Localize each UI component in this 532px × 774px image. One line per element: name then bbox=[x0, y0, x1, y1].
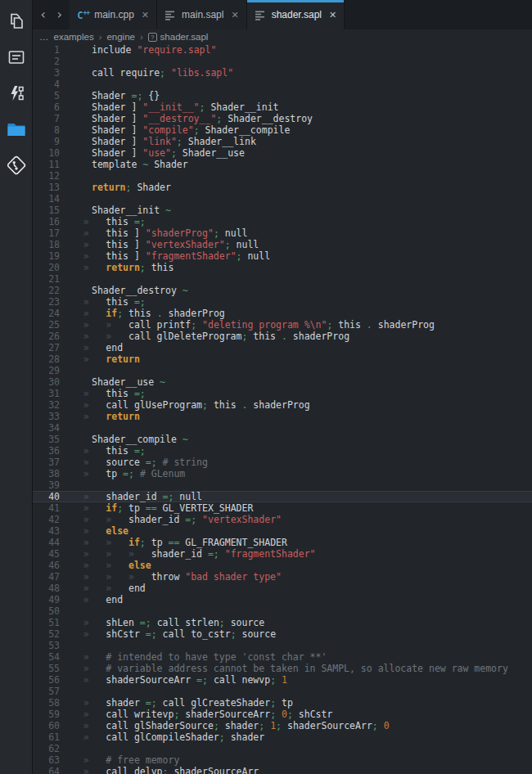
code-line[interactable]: 10Shader ] "use"; Shader__use bbox=[33, 147, 532, 159]
code-line[interactable]: 60»call glShaderSource; shader; 1; shade… bbox=[33, 720, 532, 731]
code-line[interactable]: 61»call glCompileShader; shader bbox=[33, 731, 532, 743]
code-line[interactable]: 9Shader ] "link"; Shader__link bbox=[33, 136, 532, 147]
code-line[interactable]: 44»»if; tp == GL_FRAGMENT_SHADER bbox=[33, 537, 532, 548]
code-line[interactable]: 46»»else bbox=[33, 560, 532, 571]
code-line[interactable]: 37»source =; # string bbox=[33, 457, 532, 468]
breadcrumb-item-engine[interactable]: engine bbox=[106, 32, 135, 42]
code-line[interactable]: 6Shader ] "__init__"; Shader__init bbox=[33, 101, 532, 113]
line-number[interactable]: 12 bbox=[33, 170, 92, 182]
files-icon[interactable] bbox=[6, 11, 27, 32]
breadcrumb-item-examples[interactable]: examples bbox=[54, 32, 94, 42]
code-line[interactable]: 24»if; this . shaderProg bbox=[33, 308, 532, 319]
code-line[interactable]: 13return; Shader bbox=[33, 182, 532, 193]
code-line[interactable]: 1include "require.sapl" bbox=[33, 44, 532, 56]
code-line[interactable]: 33»return bbox=[33, 411, 532, 422]
code-line[interactable]: 38»tp =; # GLenum bbox=[33, 468, 532, 479]
line-number[interactable]: 13 bbox=[33, 182, 92, 193]
code-line[interactable]: 26»»call glDeleteProgram; this . shaderP… bbox=[33, 331, 532, 342]
line-number[interactable]: 9 bbox=[33, 136, 92, 147]
code-line[interactable]: 58»shader =; call glCreateShader; tp bbox=[33, 697, 532, 709]
line-number[interactable]: 14 bbox=[33, 193, 92, 205]
code-line[interactable]: 15Shader__init ~ bbox=[33, 205, 532, 216]
code-line[interactable]: 20»return; this bbox=[33, 262, 532, 273]
code-line[interactable]: 2 bbox=[33, 56, 532, 67]
list-panel-icon[interactable] bbox=[6, 47, 27, 68]
code-line[interactable]: 8Shader ] "compile"; Shader__compile bbox=[33, 124, 532, 136]
run-flow-icon[interactable] bbox=[6, 83, 27, 104]
code-area[interactable]: 1include "require.sapl"23call require; "… bbox=[33, 44, 532, 774]
tab-shader.sapl[interactable]: shader.sapl✕ bbox=[247, 0, 345, 29]
code-line[interactable]: 19»this ] "fragmentShader"; null bbox=[33, 250, 532, 262]
line-number[interactable]: 6 bbox=[33, 101, 92, 113]
line-number[interactable]: 39 bbox=[33, 479, 92, 491]
code-line[interactable]: 49»end bbox=[33, 594, 532, 605]
code-line[interactable]: 63»# free memory bbox=[33, 754, 532, 766]
code-line[interactable]: 32»call glUseProgram; this . shaderProg bbox=[33, 399, 532, 411]
breadcrumb-item-file[interactable]: ?shader.sapl bbox=[148, 32, 209, 42]
line-number[interactable]: 1 bbox=[33, 44, 92, 56]
code-line[interactable]: 57 bbox=[33, 686, 532, 697]
code-line[interactable]: 21 bbox=[33, 273, 532, 285]
line-number[interactable]: 50 bbox=[33, 605, 92, 617]
code-line[interactable]: 16»this =; bbox=[33, 216, 532, 227]
code-line[interactable]: 36»this =; bbox=[33, 445, 532, 457]
code-line[interactable]: 62 bbox=[33, 743, 532, 754]
code-line[interactable]: 51»shLen =; call strlen; source bbox=[33, 617, 532, 628]
code-line[interactable]: 4 bbox=[33, 79, 532, 90]
line-number[interactable]: 2 bbox=[33, 56, 92, 67]
code-line[interactable]: 5Shader =; {} bbox=[33, 90, 532, 101]
code-line[interactable]: 34 bbox=[33, 422, 532, 434]
nav-forward-icon[interactable]: › bbox=[56, 8, 64, 21]
code-line[interactable]: 39 bbox=[33, 479, 532, 491]
code-line[interactable]: 30Shader__use ~ bbox=[33, 376, 532, 388]
line-number[interactable]: 57 bbox=[33, 686, 92, 697]
code-line[interactable]: 47»»»throw "bad shader type" bbox=[33, 571, 532, 583]
code-line[interactable]: 17»this ] "shaderProg"; null bbox=[33, 227, 532, 239]
line-number[interactable]: 22 bbox=[33, 285, 92, 296]
close-icon[interactable]: ✕ bbox=[142, 10, 149, 20]
git-icon[interactable] bbox=[6, 155, 27, 176]
line-number[interactable]: 53 bbox=[33, 640, 92, 651]
line-number[interactable]: 29 bbox=[33, 365, 92, 376]
code-line[interactable]: 25»»call printf; "deleting program %\n";… bbox=[33, 319, 532, 331]
close-icon[interactable]: ✕ bbox=[231, 10, 238, 20]
line-number[interactable]: 34 bbox=[33, 422, 92, 434]
code-line[interactable]: 50 bbox=[33, 605, 532, 617]
code-line[interactable]: 29 bbox=[33, 365, 532, 376]
breadcrumb-overflow[interactable]: … bbox=[39, 32, 49, 42]
code-line[interactable]: 43»else bbox=[33, 525, 532, 537]
tab-main.cpp[interactable]: C++main.cpp✕ bbox=[70, 0, 157, 29]
line-number[interactable]: 3 bbox=[33, 67, 92, 79]
nav-back-icon[interactable]: ‹ bbox=[39, 8, 47, 21]
tab-main.sapl[interactable]: main.sapl✕ bbox=[157, 0, 247, 29]
code-line[interactable]: 45»»»shader_id =; "fragmentShader" bbox=[33, 548, 532, 560]
code-line[interactable]: 23»this =; bbox=[33, 296, 532, 308]
code-line[interactable]: 41»if; tp == GL_VERTEX_SHADER bbox=[33, 502, 532, 514]
line-number[interactable]: 62 bbox=[33, 743, 92, 754]
code-line[interactable]: 64»call delvp; shaderSourceArr bbox=[33, 766, 532, 774]
line-number[interactable]: 21 bbox=[33, 273, 92, 285]
code-line[interactable]: 3call require; "libs.sapl" bbox=[33, 67, 532, 79]
code-line[interactable]: 35Shader__compile ~ bbox=[33, 434, 532, 445]
code-line[interactable]: 11template ~ Shader bbox=[33, 159, 532, 170]
code-line[interactable]: 48»»end bbox=[33, 583, 532, 594]
folder-icon[interactable] bbox=[6, 119, 27, 140]
code-line[interactable]: 53 bbox=[33, 640, 532, 651]
code-line[interactable]: 31»this =; bbox=[33, 388, 532, 399]
line-number[interactable]: 7 bbox=[33, 113, 92, 124]
code-line[interactable]: 59»call writevp; shaderSourceArr; 0; shC… bbox=[33, 709, 532, 720]
code-line[interactable]: 28»return bbox=[33, 353, 532, 365]
line-number[interactable]: 4 bbox=[33, 79, 92, 90]
code-line[interactable]: 52»shCstr =; call to_cstr; source bbox=[33, 628, 532, 640]
code-line[interactable]: 54»# intended to have type 'const char *… bbox=[33, 651, 532, 663]
code-line[interactable]: 27»end bbox=[33, 342, 532, 353]
line-number[interactable]: 8 bbox=[33, 124, 92, 136]
code-line[interactable]: 18»this ] "vertexShader"; null bbox=[33, 239, 532, 250]
line-number[interactable]: 35 bbox=[33, 434, 92, 445]
line-number[interactable]: 10 bbox=[33, 147, 92, 159]
code-line[interactable]: 40»shader_id =; null bbox=[33, 491, 532, 502]
code-line[interactable]: 42»»shader_id =; "vertexShader" bbox=[33, 514, 532, 525]
code-line[interactable]: 12 bbox=[33, 170, 532, 182]
code-line[interactable]: 14 bbox=[33, 193, 532, 205]
code-line[interactable]: 56»shaderSourceArr =; call newvp; 1 bbox=[33, 674, 532, 686]
